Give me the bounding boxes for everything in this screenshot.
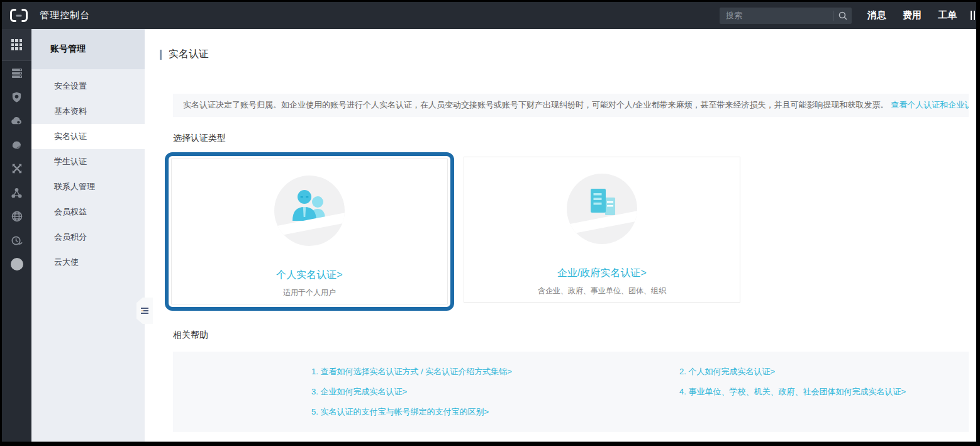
sidebar-item-cloud-ambassador[interactable]: 云大使 (31, 250, 145, 275)
search-icon[interactable] (838, 11, 848, 21)
collapse-icon (141, 308, 148, 314)
sidebar-item-security-settings[interactable]: 安全设置 (31, 74, 145, 99)
sidebar-item-student-verification[interactable]: 学生认证 (31, 149, 145, 174)
nav-messages[interactable]: 消息 (859, 9, 894, 21)
schedule-icon[interactable] (2, 228, 31, 252)
enterprise-verification-card[interactable]: 企业/政府实名认证> 含企业、政府、事业单位、团体、组织 (464, 157, 740, 303)
sidebar-collapse-handle[interactable] (136, 298, 153, 324)
top-nav: 消息 费用 工单 (859, 9, 965, 21)
sidebar-header: 账号管理 (31, 29, 145, 69)
help-link-5[interactable]: 5. 实名认证的支付宝与帐号绑定的支付宝的区别> (311, 402, 679, 422)
nav-tickets[interactable]: 工单 (930, 9, 965, 21)
page-header: 实名认证 (145, 29, 976, 61)
title-accent-bar (160, 50, 162, 60)
help-link-2[interactable]: 2. 个人如何完成实名认证> (679, 362, 969, 382)
brand-logo-icon[interactable] (10, 9, 28, 22)
page-title: 实名认证 (169, 48, 209, 61)
highlight-annotation-box: 个人实名认证> 适用于个人用户 (165, 152, 454, 311)
content-area: 实名认证 实名认证决定了账号归属。如企业使用的账号进行个人实名认证，在人员变动交… (145, 29, 976, 442)
topology-icon[interactable] (2, 181, 31, 204)
scale-arrows-icon[interactable] (2, 157, 31, 181)
shield-icon[interactable] (2, 85, 31, 109)
enterprise-verification-link[interactable]: 企业/政府实名认证> (557, 267, 647, 280)
help-panel: 1. 查看如何选择实名认证方式 / 实名认证介绍方式集锦> 2. 个人如何完成实… (173, 352, 969, 432)
sidebar-item-contacts[interactable]: 联系人管理 (31, 174, 145, 199)
notice-text: 实名认证决定了账号归属。如企业使用的账号进行个人实名认证，在人员变动交接账号或账… (183, 100, 889, 109)
help-link-1[interactable]: 1. 查看如何选择实名认证方式 / 实名认证介绍方式集锦> (311, 362, 679, 382)
verification-type-cards: 个人实名认证> 适用于个人用户 (165, 152, 976, 311)
console-window: 管理控制台 消息 费用 工单 (2, 2, 976, 442)
globe-icon[interactable] (2, 204, 31, 228)
notice-banner: 实名认证决定了账号归属。如企业使用的账号进行个人实名认证，在人员变动交接账号或账… (173, 94, 969, 117)
storage-icon[interactable] (2, 133, 31, 157)
enterprise-verification-subtitle: 含企业、政府、事业单位、团体、组织 (538, 286, 666, 296)
sidebar-item-member-points[interactable]: 会员积分 (31, 225, 145, 250)
nav-billing[interactable]: 费用 (894, 9, 930, 21)
person-pair-icon (274, 176, 345, 246)
sidebar-item-realname-verification[interactable]: 实名认证 (31, 124, 145, 149)
help-link-3[interactable]: 3. 企业如何完成实名认证> (311, 382, 679, 402)
help-link-4[interactable]: 4. 事业单位、学校、机关、政府、社会团体如何完成实名认证> (679, 382, 969, 402)
apps-grid-icon[interactable] (2, 29, 31, 60)
search-input[interactable] (726, 11, 830, 20)
personal-verification-link[interactable]: 个人实名认证> (276, 269, 342, 282)
buildings-icon (567, 174, 637, 244)
search-divider (833, 11, 833, 21)
notice-link[interactable]: 查看个人认证和企业认证区别> (891, 100, 969, 109)
sidebar-item-basic-info[interactable]: 基本资料 (31, 99, 145, 124)
server-icon[interactable] (2, 61, 31, 85)
avatar-circle-icon[interactable] (2, 252, 31, 276)
search-box[interactable] (720, 8, 852, 24)
top-bar: 管理控制台 消息 费用 工单 (2, 2, 976, 29)
personal-verification-subtitle: 适用于个人用户 (283, 287, 336, 298)
help-section-title: 相关帮助 (173, 330, 976, 341)
cloud-icon[interactable] (2, 109, 31, 133)
truncated-nav-item[interactable] (971, 11, 976, 20)
console-title: 管理控制台 (40, 9, 90, 21)
section-title: 选择认证类型 (173, 133, 976, 144)
sidebar: 账号管理 安全设置 基本资料 实名认证 学生认证 联系人管理 会员权益 会员积分… (31, 29, 145, 442)
personal-verification-card[interactable]: 个人实名认证> 适用于个人用户 (171, 159, 448, 304)
sidebar-item-member-benefits[interactable]: 会员权益 (31, 199, 145, 225)
product-icon-rail (2, 29, 31, 442)
